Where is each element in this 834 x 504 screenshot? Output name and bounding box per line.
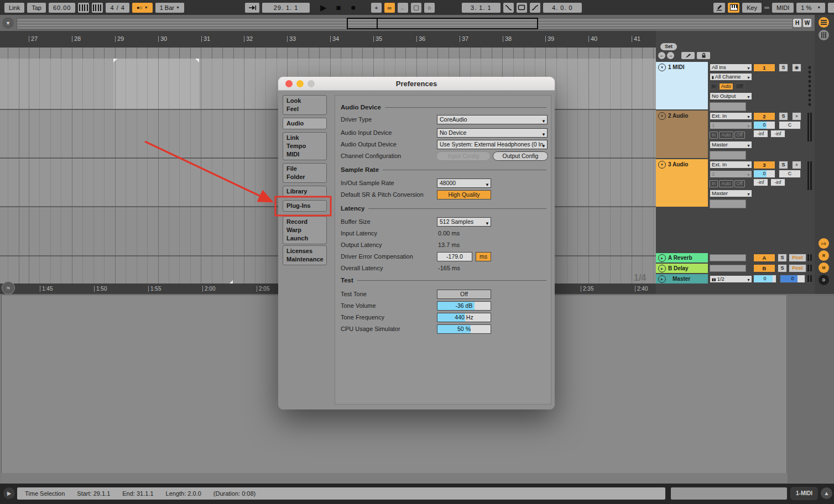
track-name[interactable]: B Delay: [668, 265, 689, 272]
tab-link-tempo-midi[interactable]: Link Tempo MIDI: [283, 132, 327, 160]
input-channel-select[interactable]: 1▼: [710, 122, 752, 129]
tone-frequency-slider[interactable]: 440 Hz: [437, 313, 491, 322]
return-track-a-header[interactable]: ▶ A Reverb A S Post: [656, 253, 815, 262]
punch-out-button[interactable]: [530, 3, 540, 13]
master-track-header[interactable]: ▶ Master ▮▮ 1/2▼ 0 0: [656, 274, 815, 284]
volume-field[interactable]: -inf: [753, 130, 768, 138]
track-activator[interactable]: 1: [753, 64, 775, 72]
midi-target-button[interactable]: 1-MIDI: [790, 487, 818, 500]
tab-file-folder[interactable]: File Folder: [283, 163, 327, 183]
track-header-3-audio[interactable]: ▼ 3 Audio Ext. In▼ 2▼ In Auto Off Master…: [656, 159, 815, 207]
time-selection-highlight[interactable]: [113, 59, 199, 109]
ms-unit-button[interactable]: ms: [476, 252, 491, 261]
track-header-1-midi[interactable]: ▼ 1 MIDI All Ins▼ ▮ All Channe▼ In Auto …: [656, 62, 815, 109]
monitor-auto-button[interactable]: Auto: [719, 180, 733, 187]
dialog-titlebar[interactable]: Preferences: [278, 77, 555, 91]
audio-to-select[interactable]: Master▼: [710, 141, 752, 149]
capture-midi-button[interactable]: ▢: [411, 3, 421, 13]
volume-field[interactable]: -inf: [753, 179, 768, 186]
monitor-off-button[interactable]: Off: [734, 180, 745, 187]
loop-marker-icon[interactable]: [230, 280, 233, 284]
stop-button[interactable]: ■: [336, 3, 341, 12]
gain-field[interactable]: -inf: [770, 179, 785, 186]
arm-record-button[interactable]: ●: [792, 161, 801, 169]
automation-arm-button[interactable]: +: [371, 3, 382, 13]
monitor-auto-button[interactable]: Auto: [719, 132, 733, 139]
computer-midi-keyboard-button[interactable]: [728, 3, 739, 13]
midi-to-select[interactable]: No Output▼: [710, 92, 752, 100]
tab-licenses-maintenance[interactable]: Licenses Maintenance: [283, 245, 327, 265]
tab-audio[interactable]: Audio: [283, 118, 327, 129]
output-config-button[interactable]: Output Config: [493, 151, 548, 161]
midi-from-select[interactable]: All Ins▼: [710, 64, 752, 71]
nudge-down-button[interactable]: [78, 3, 89, 13]
monitor-in-button[interactable]: In: [710, 180, 718, 187]
track-header-2-audio[interactable]: ▼ 2 Audio Ext. In▼ 1▼ In Auto Off Master…: [656, 111, 815, 158]
return-b-name-cell[interactable]: ▶ B Delay: [656, 264, 708, 273]
track-name[interactable]: 1 MIDI: [668, 64, 684, 71]
solo-button[interactable]: S: [779, 161, 788, 169]
selection-end-marker[interactable]: [195, 59, 199, 62]
crossfade-assign[interactable]: C: [779, 170, 801, 178]
midi-channel-select[interactable]: ▮ All Channe▼: [710, 73, 752, 81]
driver-error-compensation-field[interactable]: -179.0: [437, 252, 472, 261]
return-track-b-header[interactable]: ▶ B Delay B S Post: [656, 264, 815, 273]
draw-mode-button[interactable]: ○: [424, 3, 435, 13]
audio-to-select[interactable]: Master▼: [710, 190, 752, 197]
zoom-window-button[interactable]: [307, 80, 315, 87]
close-window-button[interactable]: [285, 80, 293, 87]
pre-post-toggle[interactable]: Post: [789, 264, 806, 272]
session-overdub-button[interactable]: ∞: [384, 3, 395, 13]
track-name[interactable]: 3 Audio: [668, 161, 688, 168]
cpu-load-meter[interactable]: 1 %▼: [796, 3, 825, 13]
zoom-width-button[interactable]: W: [803, 19, 811, 27]
lock-envelopes-button[interactable]: [697, 52, 710, 59]
arm-record-button[interactable]: ●: [792, 112, 801, 120]
tab-look-feel[interactable]: Look Feel: [283, 95, 327, 115]
track-name[interactable]: Master: [673, 275, 690, 282]
link-button[interactable]: Link: [4, 3, 24, 13]
input-config-button[interactable]: Input Config: [436, 151, 491, 161]
minimize-window-button[interactable]: [296, 80, 304, 87]
re-enable-automation-button[interactable]: ←: [398, 3, 408, 13]
high-quality-button[interactable]: High Quality: [437, 190, 491, 200]
bar-ruler[interactable]: 272829303132333435363738394041: [0, 31, 656, 48]
mixer-section-toggle[interactable]: M: [819, 262, 829, 273]
pan-knob[interactable]: 0: [753, 170, 775, 178]
back-to-arrangement-icon[interactable]: ▼: [2, 17, 14, 29]
loop-length-display[interactable]: 4. 0. 0: [543, 3, 582, 13]
show-info-icon[interactable]: ▶: [3, 487, 15, 499]
track-activator[interactable]: 2: [753, 112, 775, 120]
fold-track-icon[interactable]: ▼: [658, 161, 666, 169]
input-channel-select[interactable]: 2▼: [710, 170, 752, 178]
tap-tempo-button[interactable]: Tap: [27, 3, 46, 13]
delay-section-toggle[interactable]: D: [819, 275, 829, 285]
pan-knob[interactable]: 0: [753, 121, 775, 129]
track-activator[interactable]: A: [753, 254, 775, 262]
monitor-auto-button[interactable]: Auto: [719, 83, 733, 90]
arrangement-overview-strip[interactable]: [17, 18, 793, 29]
sample-rate-select[interactable]: 48000▼: [437, 179, 491, 188]
loop-button[interactable]: [517, 3, 527, 13]
cue-volume[interactable]: 0: [780, 275, 805, 283]
solo-button[interactable]: S: [779, 64, 788, 72]
buffer-size-select[interactable]: 512 Samples▼: [437, 217, 491, 227]
tone-volume-slider[interactable]: -36 dB: [437, 301, 491, 311]
midi-map-button[interactable]: MIDI: [772, 3, 794, 13]
track-activator[interactable]: 3: [753, 161, 775, 169]
solo-button[interactable]: S: [778, 264, 787, 272]
track-1-name-cell[interactable]: ▼ 1 MIDI: [656, 62, 708, 109]
pencil-automation-button[interactable]: [681, 52, 695, 59]
loop-start-display[interactable]: 3. 1. 1: [462, 3, 501, 13]
fold-track-icon[interactable]: ▼: [658, 64, 666, 71]
audio-from-select[interactable]: Ext. In▼: [710, 112, 752, 120]
tempo-display[interactable]: 60.00: [49, 3, 76, 13]
overview-viewport[interactable]: [347, 18, 538, 29]
draw-pencil-button[interactable]: [713, 3, 725, 13]
tab-library[interactable]: Library: [283, 186, 327, 197]
beat-ruler[interactable]: [0, 48, 656, 59]
next-marker-button[interactable]: →: [667, 52, 674, 59]
follow-button[interactable]: [245, 3, 259, 13]
punch-in-button[interactable]: [503, 3, 514, 13]
zoom-height-button[interactable]: H: [793, 19, 801, 27]
